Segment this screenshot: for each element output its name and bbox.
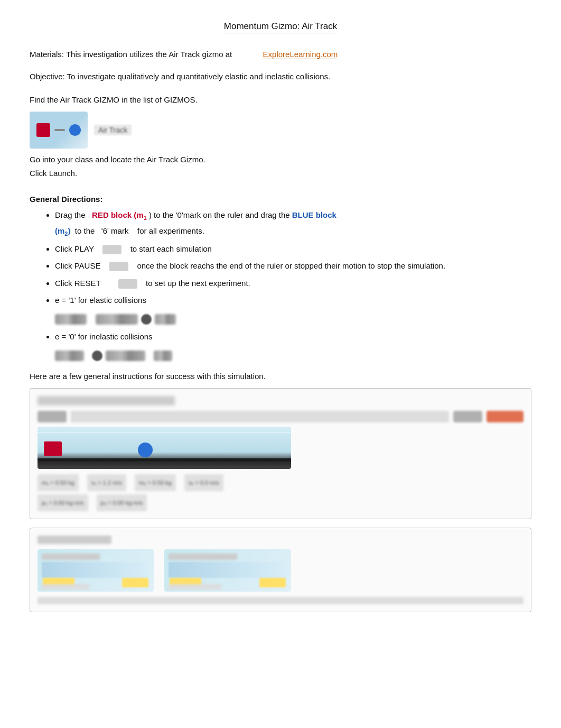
bullet1-end: to the '6' mark for all experiments. xyxy=(73,226,204,235)
elastic-dot xyxy=(141,314,152,325)
bullet-list: Drag the RED block (m1 ) to the '0'mark … xyxy=(30,208,531,363)
elastic-bar1 xyxy=(55,314,87,325)
sim-btn2[interactable] xyxy=(453,411,482,422)
sim-controls-row xyxy=(38,411,523,422)
sim-data3: m₂ = 0.50 kg xyxy=(135,474,176,491)
bullet1-mid: ) to the '0'mark on the ruler and drag t… xyxy=(149,210,290,219)
elastic-bar3 xyxy=(155,314,176,325)
lower-img-left xyxy=(38,549,154,592)
bullet-inelastic: e = '0' for inelastic collisions xyxy=(55,329,531,363)
bullet3-end: once the block reachs the end of the rul… xyxy=(137,261,445,270)
sim-blue-circle xyxy=(138,443,153,457)
inelastic-bar1 xyxy=(55,351,84,361)
play-button-placeholder xyxy=(102,245,121,254)
bullet6-text: e = '0' for inelastic collisions xyxy=(55,332,153,341)
bullet-pause: Click PAUSE once the block reachs the en… xyxy=(55,259,531,274)
sim-track-area xyxy=(38,427,291,469)
find-gizmo-text: Find the Air Track GIZMO in the list of … xyxy=(30,95,198,104)
sub1: 1 xyxy=(144,215,147,221)
inelastic-dot xyxy=(92,351,102,361)
red-block-preview xyxy=(36,123,50,137)
general-directions: General Directions: Drag the RED block (… xyxy=(30,195,531,363)
lower-img-right xyxy=(164,549,291,592)
inelastic-bar3 xyxy=(154,351,172,361)
elastic-img xyxy=(55,311,531,327)
objective-line: Objective: To investigate qualitatively … xyxy=(30,70,531,83)
sim-play-btn[interactable] xyxy=(487,411,523,422)
sim-data4: v₂ = 0.0 m/s xyxy=(184,474,223,491)
general-instructions-line: Here are a few general instructions for … xyxy=(30,370,531,383)
sim-slider[interactable] xyxy=(71,411,449,422)
bullet1-red: RED block (m1 xyxy=(92,210,147,219)
page-title: Momentum Gizmo: Air Track xyxy=(30,21,531,33)
lower-img-right-track xyxy=(169,562,287,578)
sub2: 2 xyxy=(64,231,68,237)
reset-button-placeholder xyxy=(118,279,137,289)
lower-img-left-label xyxy=(42,554,100,560)
sim-data6: p₂ = 0.00 kg·m/s xyxy=(97,494,147,511)
sim-data-row1: m₁ = 0.50 kg v₁ = 1.2 m/s m₂ = 0.50 kg v… xyxy=(38,474,523,491)
lower-img-left-track xyxy=(42,562,149,578)
pause-button-placeholder xyxy=(109,262,128,271)
gizmo-label: Air Track xyxy=(94,125,132,135)
find-gizmo-line: Find the Air Track GIZMO in the list of … xyxy=(30,94,531,106)
general-instructions-text: Here are a few general instructions for … xyxy=(30,372,266,381)
title-text: Momentum Gizmo: Air Track xyxy=(224,21,337,33)
lower-img-right-label xyxy=(169,554,237,560)
lower-img-right-arr2 xyxy=(259,578,286,587)
sim-data5: p₁ = 0.60 kg·m/s xyxy=(38,494,88,511)
bullet2-text: Click PLAY xyxy=(55,244,94,253)
materials-text: Materials: This investigation utilizes t… xyxy=(30,50,232,59)
sim-data2: v₁ = 1.2 m/s xyxy=(87,474,126,491)
bullet4-text: Click RESET xyxy=(55,279,100,288)
explore-link[interactable]: ExploreLearning.com xyxy=(263,50,338,59)
bullet-elastic: e = '1' for elastic collisions xyxy=(55,293,531,326)
gizmo-preview: Air Track xyxy=(30,112,531,149)
lower-img-left-arr2 xyxy=(122,578,148,587)
track-bar xyxy=(38,458,291,462)
materials-line: Materials: This investigation utilizes t… xyxy=(30,48,531,61)
click-launch-text: Click Launch. xyxy=(30,169,77,178)
bullet-drag: Drag the RED block (m1 ) to the '0'mark … xyxy=(55,208,531,239)
lower-title xyxy=(38,536,111,544)
objective-text: Objective: To investigate qualitatively … xyxy=(30,72,330,81)
blue-block-preview xyxy=(69,124,81,136)
go-into-line: Go into your class and locate the Air Tr… xyxy=(30,153,531,180)
go-into-text: Go into your class and locate the Air Tr… xyxy=(30,155,205,164)
sim-btn1[interactable] xyxy=(38,411,67,422)
bullet3-text: Click PAUSE xyxy=(55,261,100,270)
ruler-line xyxy=(38,432,291,433)
sim-data1: m₁ = 0.50 kg xyxy=(38,474,79,491)
sim-data-row2: p₁ = 0.60 kg·m/s p₂ = 0.00 kg·m/s xyxy=(38,494,523,511)
elastic-bar2 xyxy=(96,314,138,325)
sim-top-label xyxy=(38,396,175,406)
lower-img-left-caption xyxy=(42,584,89,589)
inelastic-img xyxy=(55,348,531,363)
lower-bottom-bar xyxy=(38,597,523,604)
general-directions-title: General Directions: xyxy=(30,195,531,204)
bullet-play: Click PLAY to start each simulation xyxy=(55,242,531,257)
sim-red-block xyxy=(44,441,62,456)
inelastic-bar2 xyxy=(106,351,145,361)
bullet5-text: e = '1' for elastic collisions xyxy=(55,296,146,305)
track-preview xyxy=(54,129,65,131)
bullet1-pre: Drag the xyxy=(55,210,86,219)
bullet-reset: Click RESET to set up the next experimen… xyxy=(55,276,531,291)
lower-images-row xyxy=(38,549,523,592)
simulation-box: m₁ = 0.50 kg v₁ = 1.2 m/s m₂ = 0.50 kg v… xyxy=(30,388,531,519)
lower-img-right-caption xyxy=(169,584,221,589)
bullet2-end: to start each simulation xyxy=(130,244,212,253)
gizmo-icon-box xyxy=(30,112,88,149)
bullet4-end: to set up the next experiment. xyxy=(146,279,250,288)
lower-section xyxy=(30,528,531,612)
